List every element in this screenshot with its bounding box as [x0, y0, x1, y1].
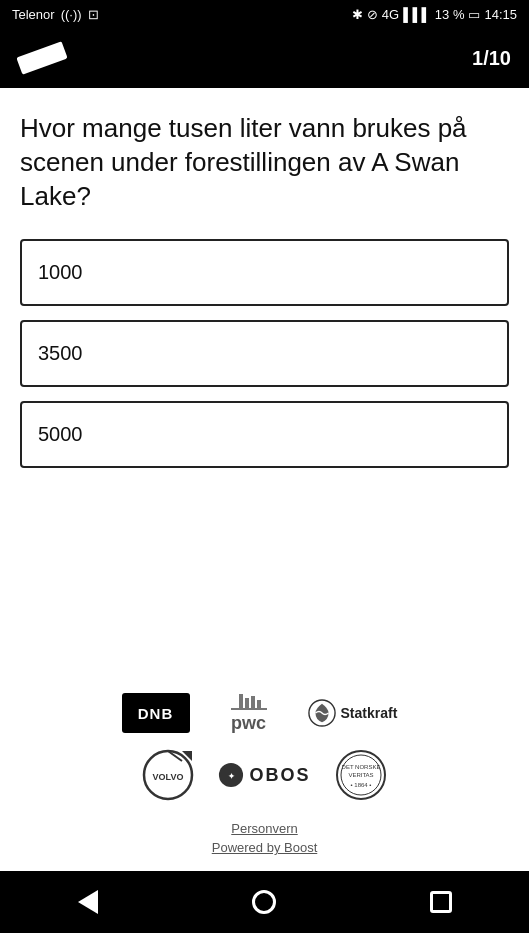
status-left: Telenor ((·)) ⊡ [12, 7, 99, 22]
svg-text:• 1864 •: • 1864 • [350, 782, 371, 788]
answer-option-1[interactable]: 1000 [20, 239, 509, 306]
time-label: 14:15 [484, 7, 517, 22]
wifi-icon: ⊘ [367, 7, 378, 22]
app-header: 1/10 [0, 28, 529, 88]
bottom-nav [0, 871, 529, 933]
battery-label: 13 % [435, 7, 465, 22]
pwc-logo: pwc [214, 691, 284, 735]
statkraft-logo: Statkraft [308, 699, 408, 727]
svg-rect-1 [245, 698, 249, 708]
sponsors-row-2: VOLVO ✦ OBOS DET NORSKE VERITAS • 1864 • [10, 749, 519, 801]
question-counter: 1/10 [472, 47, 511, 70]
svg-text:✦: ✦ [228, 771, 235, 781]
obos-logo: ✦ OBOS [218, 762, 310, 788]
carrier-label: Telenor [12, 7, 55, 22]
network-icon: 4G [382, 7, 399, 22]
statkraft-text: Statkraft [341, 705, 398, 721]
pwc-building-icon [231, 694, 267, 714]
svg-text:VOLVO: VOLVO [153, 772, 184, 782]
question-text: Hvor mange tusen liter vann brukes på sc… [20, 112, 509, 213]
dnv-logo: DET NORSKE VERITAS • 1864 • [335, 749, 387, 801]
privacy-link[interactable]: Personvern [231, 821, 297, 836]
signal-bars-icon: ▌▌▌ [403, 7, 431, 22]
svg-rect-2 [251, 696, 255, 708]
obos-text: OBOS [249, 765, 310, 786]
answer-option-3[interactable]: 5000 [20, 401, 509, 468]
statkraft-icon [308, 699, 336, 727]
svg-rect-4 [231, 708, 267, 710]
footer-links: Personvern Powered by Boost [212, 815, 318, 863]
bluetooth-icon: ✱ [352, 7, 363, 22]
powered-by-label[interactable]: Powered by Boost [212, 840, 318, 855]
svg-rect-3 [257, 700, 261, 708]
dnb-logo: DNB [122, 693, 190, 733]
volvo-logo: VOLVO [142, 749, 194, 801]
status-right: ✱ ⊘ 4G ▌▌▌ 13 % ▭ 14:15 [352, 7, 517, 22]
svg-text:DET NORSKE: DET NORSKE [341, 764, 380, 770]
status-bar: Telenor ((·)) ⊡ ✱ ⊘ 4G ▌▌▌ 13 % ▭ 14:15 [0, 0, 529, 28]
recent-apps-button[interactable] [416, 877, 466, 927]
screen-icon: ⊡ [88, 7, 99, 22]
back-button[interactable] [63, 877, 113, 927]
home-icon [252, 890, 276, 914]
app-logo [16, 41, 67, 74]
sponsors-section: DNB pwc Statkraft VOLVO [0, 675, 529, 871]
svg-text:VERITAS: VERITAS [348, 772, 373, 778]
pwc-text: pwc [231, 714, 266, 732]
sponsors-row-1: DNB pwc Statkraft [10, 691, 519, 735]
home-button[interactable] [239, 877, 289, 927]
answer-option-2[interactable]: 3500 [20, 320, 509, 387]
main-content: Hvor mange tusen liter vann brukes på sc… [0, 88, 529, 675]
signal-icon: ((·)) [61, 7, 82, 22]
recent-apps-icon [430, 891, 452, 913]
svg-rect-0 [239, 694, 243, 708]
battery-icon: ▭ [468, 7, 480, 22]
obos-icon: ✦ [218, 762, 244, 788]
back-icon [78, 890, 98, 914]
